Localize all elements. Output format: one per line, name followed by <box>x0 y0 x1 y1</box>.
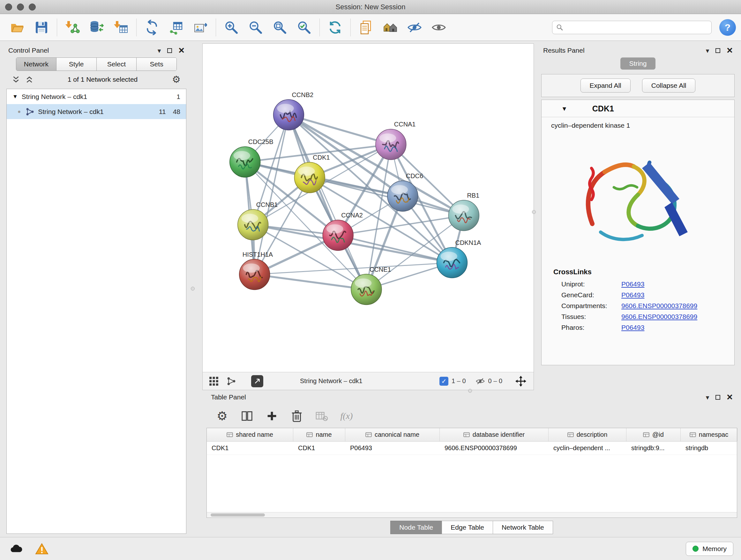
table-cell[interactable]: 9606.ENSP00000378699 <box>440 442 549 455</box>
panel-close-icon[interactable]: × <box>727 46 733 55</box>
tab-sets[interactable]: Sets <box>137 58 177 71</box>
memory-button[interactable]: Memory <box>686 542 733 556</box>
network-from-table-button[interactable] <box>164 16 188 39</box>
open-in-new-window-button[interactable] <box>251 375 263 387</box>
tab-select[interactable]: Select <box>97 58 137 71</box>
table-cell[interactable]: P06493 <box>345 442 440 455</box>
cloud-status-button[interactable] <box>8 542 25 556</box>
collapse-all-networks-icon[interactable] <box>12 76 20 83</box>
search-input[interactable] <box>566 23 708 31</box>
panel-maximize-icon[interactable] <box>716 395 720 400</box>
search-field[interactable] <box>552 21 712 34</box>
node-CCNE1[interactable] <box>351 274 382 305</box>
clone-network-button[interactable] <box>140 16 164 39</box>
help-button[interactable]: ? <box>719 19 736 36</box>
network-row[interactable]: ● String Network – cdk1 11 48 <box>7 104 186 119</box>
tab-network[interactable]: Network <box>16 58 57 71</box>
show-all-button[interactable] <box>427 16 451 39</box>
zoom-window-button[interactable] <box>29 3 36 10</box>
export-image-button[interactable] <box>188 16 212 39</box>
panel-float-icon[interactable]: ▾ <box>706 394 710 401</box>
zoom-in-button[interactable] <box>219 16 244 39</box>
table-cell[interactable]: CDK1 <box>293 442 345 455</box>
column-header-database-identifier[interactable]: database identifier <box>440 428 549 441</box>
zoom-selected-button[interactable] <box>292 16 316 39</box>
expand-all-networks-icon[interactable] <box>25 76 33 83</box>
minimize-window-button[interactable] <box>17 3 24 10</box>
add-column-button[interactable] <box>263 407 281 425</box>
panel-close-icon[interactable]: × <box>179 46 185 55</box>
collapse-all-button[interactable]: Collapse All <box>642 78 696 92</box>
crosslink-link[interactable]: 9606.ENSP00000378699 <box>621 302 697 310</box>
tab-edge-table[interactable]: Edge Table <box>442 521 493 534</box>
crosslink-link[interactable]: 9606.ENSP00000378699 <box>621 313 697 320</box>
open-session-button[interactable] <box>5 16 29 39</box>
crosslink-link[interactable]: P06493 <box>621 291 644 299</box>
node-CDK1[interactable] <box>294 162 325 193</box>
edge-CCNB2-CCNE1[interactable] <box>288 115 366 290</box>
copy-document-button[interactable] <box>354 16 378 39</box>
collapse-card-icon[interactable]: ▼ <box>561 105 567 112</box>
network-options-gear-icon[interactable]: ⚙ <box>172 75 181 84</box>
panel-close-icon[interactable]: × <box>727 393 733 401</box>
column-header-canonical-name[interactable]: canonical name <box>345 428 440 441</box>
refresh-view-button[interactable] <box>323 16 347 39</box>
edge-CDK1-RB1[interactable] <box>310 178 464 215</box>
import-table-button[interactable] <box>109 16 133 39</box>
node-CCNB2[interactable] <box>273 100 304 130</box>
node-CCNA2[interactable] <box>323 220 353 251</box>
panel-float-icon[interactable]: ▾ <box>706 47 710 54</box>
node-CDC6[interactable] <box>387 181 418 211</box>
node-HIST1H1A[interactable] <box>239 259 270 290</box>
save-session-button[interactable] <box>29 16 54 39</box>
bottom-splitter-handle[interactable] <box>468 389 472 393</box>
gene-card-header[interactable]: ▼ CDK1 <box>542 100 734 117</box>
delete-table-button[interactable] <box>313 407 331 425</box>
tree-expand-icon[interactable]: ▼ <box>12 94 18 100</box>
node-RB1[interactable] <box>449 200 479 231</box>
network-graph[interactable]: CCNB2CCNA1CDC25BCDK1CDC6RB1CCNB1CCNA2CDK… <box>203 44 534 372</box>
delete-column-button[interactable] <box>287 407 306 425</box>
node-CCNB1[interactable] <box>238 209 268 240</box>
crosslink-link[interactable]: P06493 <box>621 280 644 288</box>
panel-float-icon[interactable]: ▾ <box>158 47 161 54</box>
import-network-database-button[interactable] <box>84 16 109 39</box>
zoom-fit-button[interactable] <box>268 16 292 39</box>
show-columns-button[interactable] <box>238 407 256 425</box>
horizontal-scrollbar[interactable] <box>207 512 737 517</box>
panel-maximize-icon[interactable] <box>167 48 172 53</box>
hide-selected-button[interactable] <box>402 16 427 39</box>
column-header-shared-name[interactable]: shared name <box>207 428 293 441</box>
pan-move-icon[interactable] <box>515 375 527 387</box>
panel-maximize-icon[interactable] <box>716 48 720 53</box>
network-collection-row[interactable]: ▼ String Network – cdk1 1 <box>7 89 186 104</box>
network-canvas[interactable]: CCNB2CCNA1CDC25BCDK1CDC6RB1CCNB1CCNA2CDK… <box>203 44 534 372</box>
import-network-file-button[interactable] <box>60 16 84 39</box>
home-layouts-button[interactable] <box>378 16 402 39</box>
selected-checkbox-icon[interactable]: ✓ <box>440 377 448 386</box>
table-cell[interactable]: CDK1 <box>207 442 293 455</box>
expand-all-button[interactable]: Expand All <box>581 78 630 92</box>
table-row[interactable]: CDK1CDK1P064939606.ENSP00000378699cyclin… <box>207 442 737 455</box>
table-cell[interactable]: stringdb <box>681 442 738 455</box>
string-results-tab[interactable]: String <box>620 57 656 70</box>
node-CDKN1A[interactable] <box>437 247 468 278</box>
column-header-namespac[interactable]: namespac <box>681 428 738 441</box>
birds-eye-grid-icon[interactable] <box>209 376 219 386</box>
zoom-out-button[interactable] <box>244 16 268 39</box>
tab-style[interactable]: Style <box>57 58 97 71</box>
tab-node-table[interactable]: Node Table <box>390 521 442 534</box>
left-splitter-handle[interactable] <box>191 287 195 291</box>
tab-network-table[interactable]: Network Table <box>493 521 553 534</box>
crosslink-link[interactable]: P06493 <box>621 324 644 331</box>
table-cell[interactable]: cyclin–dependent ... <box>549 442 626 455</box>
table-settings-button[interactable]: ⚙ <box>213 407 231 425</box>
column-header-name[interactable]: name <box>293 428 345 441</box>
warnings-button[interactable] <box>33 542 51 556</box>
table-cell[interactable]: stringdb:9... <box>626 442 681 455</box>
column-header-@id[interactable]: @id <box>626 428 681 441</box>
share-network-icon[interactable] <box>227 377 236 386</box>
node-CCNA1[interactable] <box>376 129 406 160</box>
edge-HIST1H1A-CCNE1[interactable] <box>255 274 366 290</box>
hidden-eye-slash-icon[interactable] <box>475 376 485 386</box>
